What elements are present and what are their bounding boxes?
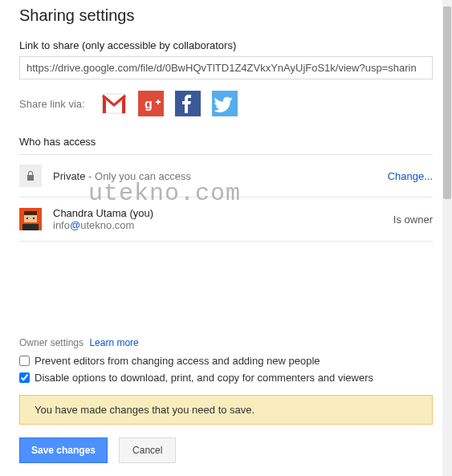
twitter-icon[interactable] <box>212 91 238 116</box>
privacy-label: Private <box>53 170 85 182</box>
disable-options-label: Disable options to download, print, and … <box>35 372 373 384</box>
avatar <box>19 208 42 230</box>
owner-settings-label: Owner settings <box>19 337 83 348</box>
facebook-icon[interactable] <box>175 91 201 116</box>
scrollbar-thumb[interactable] <box>443 6 451 199</box>
svg-rect-8 <box>26 218 28 219</box>
owner-email: info@utekno.com <box>53 219 382 231</box>
owner-row: Chandra Utama (you) info@utekno.com Is o… <box>19 197 433 242</box>
change-privacy-link[interactable]: Change... <box>388 170 433 182</box>
lock-icon <box>19 165 42 187</box>
cancel-button[interactable]: Cancel <box>119 437 176 463</box>
google-plus-icon[interactable]: g <box>138 91 164 116</box>
unsaved-changes-notice: You have made changes that you need to s… <box>19 395 433 425</box>
svg-rect-9 <box>33 218 35 219</box>
svg-rect-10 <box>22 224 39 230</box>
who-has-access-header: Who has access <box>19 136 433 155</box>
learn-more-link[interactable]: Learn more <box>89 337 138 348</box>
svg-rect-0 <box>103 94 125 113</box>
dialog-title: Sharing settings <box>19 6 433 25</box>
gmail-icon[interactable] <box>101 91 127 116</box>
share-via-label: Share link via: <box>19 98 85 110</box>
prevent-editors-checkbox[interactable] <box>19 356 30 366</box>
owner-role: Is owner <box>393 214 433 226</box>
privacy-row: Private - Only you can access Change... <box>19 155 433 197</box>
disable-options-checkbox[interactable] <box>19 372 30 383</box>
scrollbar-track[interactable] <box>442 0 452 476</box>
save-changes-button[interactable]: Save changes <box>19 437 108 463</box>
prevent-editors-label: Prevent editors from changing access and… <box>35 355 320 367</box>
svg-rect-7 <box>24 211 37 215</box>
share-link-input[interactable] <box>19 56 433 79</box>
link-share-label: Link to share (only accessible by collab… <box>19 39 433 51</box>
svg-text:g: g <box>145 97 153 111</box>
owner-name: Chandra Utama (you) <box>53 207 382 219</box>
privacy-detail: - Only you can access <box>85 170 191 182</box>
